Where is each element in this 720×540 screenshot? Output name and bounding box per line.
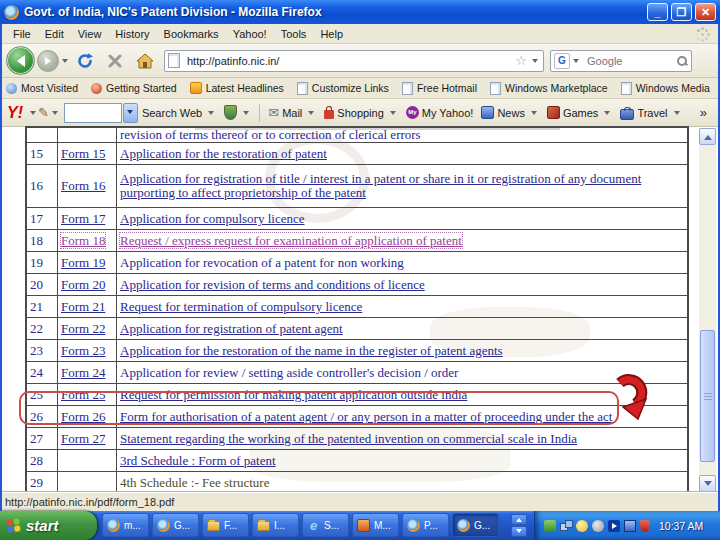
close-button[interactable]: ✕ bbox=[695, 3, 716, 21]
restore-button[interactable]: ❐ bbox=[671, 3, 692, 21]
taskbar-button-2[interactable]: G... bbox=[152, 513, 199, 537]
search-box[interactable]: G bbox=[550, 50, 692, 72]
menu-item-bookmarks[interactable]: Bookmarks bbox=[157, 26, 226, 42]
form-link-27[interactable]: Form 27 bbox=[61, 431, 105, 446]
yahoo-search-web[interactable]: Search Web bbox=[142, 107, 216, 119]
search-engine-dropdown[interactable] bbox=[573, 59, 579, 66]
toolbar-overflow-chevron[interactable]: » bbox=[700, 105, 707, 120]
bookmark-free-hotmail[interactable]: Free Hotmail bbox=[402, 82, 477, 95]
form-link-21[interactable]: Form 21 bbox=[61, 299, 105, 314]
menu-item-file[interactable]: File bbox=[6, 26, 38, 42]
tray-display-icon[interactable] bbox=[624, 520, 636, 532]
yahoo-shopping[interactable]: Shopping bbox=[324, 107, 398, 119]
form-description-21[interactable]: Request for termination of compulsory li… bbox=[120, 299, 362, 314]
form-description-cell: Request for permission for making patent… bbox=[117, 384, 689, 406]
menu-item-help[interactable]: Help bbox=[313, 26, 350, 42]
bookmark-most-visited[interactable]: Most Visited bbox=[6, 82, 78, 94]
tray-volume-icon[interactable] bbox=[592, 520, 604, 532]
menu-item-tools[interactable]: Tools bbox=[274, 26, 314, 42]
taskbar-button-1[interactable]: m... bbox=[102, 513, 149, 537]
form-description-20[interactable]: Application for revision of terms and co… bbox=[120, 277, 425, 292]
yahoo-logo[interactable]: Y! bbox=[7, 104, 23, 122]
form-description-28[interactable]: 3rd Schedule : Form of patent bbox=[120, 453, 276, 468]
form-description-17[interactable]: Application for compulsory licence bbox=[120, 211, 304, 226]
taskbar-scroll-up-button[interactable] bbox=[511, 514, 527, 525]
tray-messenger-icon[interactable] bbox=[576, 520, 588, 532]
taskbar-scroll-down-button[interactable] bbox=[511, 526, 527, 537]
scroll-down-button[interactable] bbox=[699, 475, 716, 492]
reload-button[interactable] bbox=[75, 51, 95, 71]
yahoo-games[interactable]: Games bbox=[547, 106, 612, 119]
form-description-15[interactable]: Application for the restoration of paten… bbox=[120, 146, 327, 161]
form-link-19[interactable]: Form 19 bbox=[61, 255, 105, 270]
form-link-15[interactable]: Form 15 bbox=[61, 146, 105, 161]
yahoo-mail[interactable]: ✉Mail bbox=[268, 106, 316, 119]
navigation-toolbar: ☆ G bbox=[0, 44, 720, 78]
tray-media-icon[interactable] bbox=[608, 520, 620, 532]
form-link-25[interactable]: Form 25 bbox=[61, 387, 105, 402]
yahoo-travel[interactable]: Travel bbox=[620, 106, 681, 120]
scroll-up-button[interactable] bbox=[699, 128, 716, 145]
taskbar-button-5[interactable]: eS... bbox=[302, 513, 349, 537]
search-magnifier-icon[interactable] bbox=[676, 55, 688, 67]
form-description-25[interactable]: Request for permission for making patent… bbox=[120, 387, 467, 402]
bookmark-getting-started[interactable]: Getting Started bbox=[91, 82, 177, 94]
taskbar-button-8[interactable]: G... bbox=[452, 513, 499, 537]
history-dropdown[interactable] bbox=[62, 59, 68, 66]
url-dropdown[interactable] bbox=[532, 59, 538, 66]
yahoo-search-input[interactable] bbox=[64, 103, 122, 123]
form-description-23[interactable]: Application for the restoration of the n… bbox=[120, 343, 503, 358]
form-link-20[interactable]: Form 20 bbox=[61, 277, 105, 292]
pencil-icon[interactable]: ✎ bbox=[38, 105, 49, 120]
yahoo-logo-dropdown[interactable] bbox=[30, 111, 36, 118]
form-description-16[interactable]: Application for registration of title / … bbox=[120, 171, 641, 200]
minimize-button[interactable]: _ bbox=[647, 3, 668, 21]
bookmark-customize-links[interactable]: Customize Links bbox=[297, 82, 389, 95]
chevron-down-icon bbox=[308, 111, 314, 118]
taskbar-button-6[interactable]: M... bbox=[352, 513, 399, 537]
url-bar[interactable]: ☆ bbox=[164, 50, 544, 72]
start-button[interactable]: start bbox=[0, 511, 97, 540]
form-link-22[interactable]: Form 22 bbox=[61, 321, 105, 336]
tray-network-icon[interactable] bbox=[560, 520, 572, 532]
forward-button[interactable] bbox=[37, 50, 59, 72]
form-link-24[interactable]: Form 24 bbox=[61, 365, 105, 380]
form-link-17[interactable]: Form 17 bbox=[61, 211, 105, 226]
firefox-icon bbox=[4, 5, 19, 20]
back-button[interactable] bbox=[6, 46, 35, 75]
bookmark-windows-marketplace[interactable]: Windows Marketplace bbox=[490, 82, 608, 95]
bookmark-star-icon[interactable]: ☆ bbox=[515, 54, 527, 67]
taskbar-button-3[interactable]: F... bbox=[202, 513, 249, 537]
taskbar-button-4[interactable]: I... bbox=[252, 513, 299, 537]
form-description-18[interactable]: Request / express request for examinatio… bbox=[120, 233, 462, 248]
form-description-26[interactable]: Form for authorisation of a patent agent… bbox=[120, 409, 612, 424]
form-description-27[interactable]: Statement regarding the working of the p… bbox=[120, 431, 577, 446]
menu-item-edit[interactable]: Edit bbox=[38, 26, 71, 42]
menu-item-history[interactable]: History bbox=[108, 26, 156, 42]
form-link-23[interactable]: Form 23 bbox=[61, 343, 105, 358]
form-description-cell: Statement regarding the working of the p… bbox=[117, 428, 689, 450]
tray-device-icon[interactable] bbox=[544, 520, 556, 532]
home-button[interactable] bbox=[135, 51, 155, 71]
search-input[interactable] bbox=[585, 54, 676, 68]
vertical-scrollbar[interactable] bbox=[699, 128, 716, 492]
bookmark-windows-media[interactable]: Windows Media bbox=[621, 82, 710, 95]
form-description-22[interactable]: Application for registration of patent a… bbox=[120, 321, 343, 336]
pencil-dropdown[interactable] bbox=[52, 111, 58, 118]
taskbar-button-7[interactable]: P... bbox=[402, 513, 449, 537]
bookmark-latest-headlines[interactable]: Latest Headlines bbox=[190, 82, 284, 94]
form-link-26[interactable]: Form 26 bbox=[61, 409, 105, 424]
tray-security-icon[interactable] bbox=[640, 520, 650, 532]
stop-button[interactable] bbox=[105, 51, 125, 71]
form-link-16[interactable]: Form 16 bbox=[61, 178, 105, 193]
url-input[interactable] bbox=[185, 54, 513, 68]
form-link-18[interactable]: Form 18 bbox=[61, 233, 105, 248]
scrollbar-thumb[interactable] bbox=[700, 330, 715, 462]
menu-item-view[interactable]: View bbox=[71, 26, 109, 42]
yahoo-news[interactable]: News bbox=[481, 106, 539, 119]
yahoo-search-dropdown[interactable] bbox=[123, 103, 138, 123]
yahoo-my-yahoo-[interactable]: MyMy Yahoo! bbox=[406, 106, 474, 119]
form-description-24: Application for review / setting aside c… bbox=[120, 365, 458, 380]
yahoo-search[interactable] bbox=[224, 105, 251, 120]
menu-item-yahoo[interactable]: Yahoo! bbox=[226, 26, 274, 42]
